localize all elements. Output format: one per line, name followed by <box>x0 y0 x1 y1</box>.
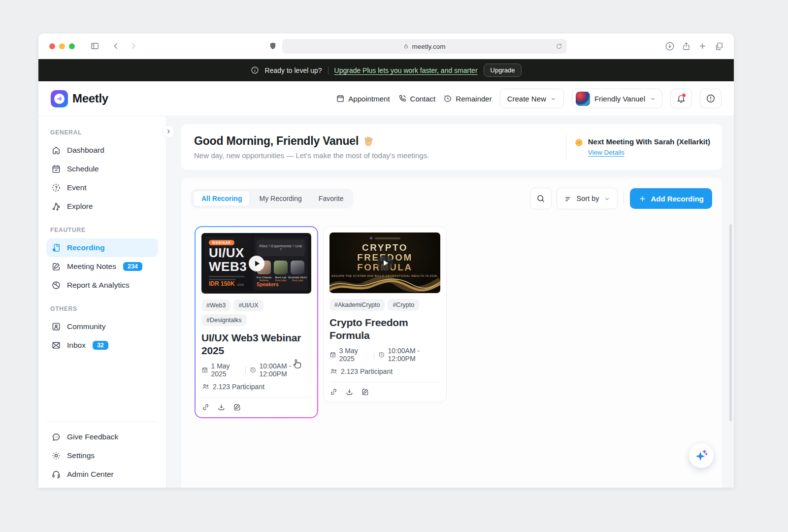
recording-card[interactable]: CRYPTO FREEDOM FORMULA ESCAPE THE SYSTEM… <box>323 226 447 402</box>
create-new-button[interactable]: Create New <box>500 89 564 108</box>
shield-icon[interactable] <box>268 41 277 51</box>
new-tab-icon[interactable] <box>698 41 707 51</box>
filter-icon <box>564 195 572 203</box>
view-details-link[interactable]: View Details <box>588 149 624 156</box>
recording-thumbnail[interactable]: WEBINAR UI/UX WEB3 IDR 150K 2025 <box>201 233 311 294</box>
sidebar-item-give-feedback[interactable]: Give Feedback <box>46 428 158 446</box>
sidebar-item-schedule[interactable]: Schedule <box>46 160 158 178</box>
explore-nodes-icon <box>51 201 61 211</box>
brand-name: Meetly <box>72 92 108 105</box>
feedback-icon <box>51 432 61 442</box>
download-icon[interactable] <box>345 388 354 396</box>
address-bar[interactable]: meetly.com <box>282 39 567 54</box>
sidebar-item-settings[interactable]: Settings <box>46 446 158 465</box>
sort-by-button[interactable]: Sort by <box>557 188 618 209</box>
user-menu[interactable]: Friendly Vanuel <box>572 89 662 108</box>
minimize-window-button[interactable] <box>59 43 65 49</box>
next-meeting-title: Next Meeting With Sarah (Xellarkit) <box>588 137 710 146</box>
scrollbar[interactable] <box>729 224 732 421</box>
users-icon <box>201 382 210 391</box>
sidebar-item-event[interactable]: Event <box>46 178 158 197</box>
clock-icon <box>378 351 385 359</box>
tab-all-recording[interactable]: All Recoring <box>193 191 250 206</box>
edit-icon[interactable] <box>361 388 369 396</box>
sidebar-section-feauture: FEAUTURE <box>50 227 158 233</box>
chevron-down-icon <box>550 96 557 102</box>
close-window-button[interactable] <box>49 43 55 49</box>
notes-icon <box>51 262 61 271</box>
divider <box>374 351 374 359</box>
recording-time: 10:00AM - 12:00PM <box>250 362 311 378</box>
decorative-logo <box>369 236 400 240</box>
tag[interactable]: #Crypto <box>388 299 419 311</box>
community-icon <box>51 322 61 332</box>
sidebar-item-reports[interactable]: Report & Analytics <box>46 276 158 295</box>
tag[interactable]: #Web3 <box>201 299 230 311</box>
headset-icon <box>51 469 61 479</box>
edit-icon[interactable] <box>233 403 241 411</box>
nav-appointment[interactable]: Appointment <box>336 94 390 103</box>
sidebar-item-admin-center[interactable]: Admin Center <box>46 465 158 484</box>
play-button[interactable] <box>376 254 394 271</box>
zoom-window-button[interactable] <box>69 43 75 49</box>
nav-remainder[interactable]: Remainder <box>443 94 492 103</box>
recording-participants: 2.123 Participant <box>329 367 393 375</box>
download-icon[interactable] <box>217 403 226 411</box>
sun-icon <box>574 138 584 147</box>
forward-icon[interactable] <box>129 42 137 50</box>
tag[interactable]: #Designtalks <box>201 314 247 326</box>
sidebar-item-community[interactable]: Community <box>46 317 158 336</box>
calendar-check-icon <box>51 164 61 174</box>
recording-card[interactable]: WEBINAR UI/UX WEB3 IDR 150K 2025 <box>196 227 317 417</box>
banner-text: Ready to level up? <box>265 66 322 74</box>
copy-link-icon[interactable] <box>201 403 210 411</box>
divider <box>624 192 624 205</box>
upgrade-button[interactable]: Upgrade <box>484 64 522 77</box>
sidebar-item-dashboard[interactable]: Dashboard <box>46 141 158 160</box>
desktop-background: meetly.com Ready to level up? Upgrade Pl… <box>0 0 788 532</box>
upgrade-link[interactable]: Upgrade Plus lets you work faster, and s… <box>334 66 478 74</box>
reload-icon[interactable] <box>556 43 562 50</box>
gold-waves-graphic <box>329 270 440 293</box>
ai-assistant-button[interactable] <box>689 443 714 468</box>
traffic-lights <box>49 43 75 49</box>
recording-title[interactable]: UI/UX Web3 Webinar 2025 <box>201 332 311 357</box>
search-button[interactable] <box>530 188 552 209</box>
notifications-button[interactable] <box>670 89 692 108</box>
recording-date: 1 May 2025 <box>201 362 241 378</box>
calendar-icon <box>336 94 345 103</box>
plus-icon <box>638 195 647 203</box>
play-button[interactable] <box>248 255 265 272</box>
recording-icon <box>51 243 61 253</box>
back-icon[interactable] <box>112 42 120 50</box>
sidebar-collapse-button[interactable] <box>163 125 174 137</box>
recording-thumbnail[interactable]: CRYPTO FREEDOM FORMULA ESCAPE THE SYSTEM… <box>329 233 440 293</box>
sidebar-item-inbox[interactable]: Inbox 32 <box>46 336 158 355</box>
recording-title[interactable]: Crypto Freedom Formula <box>329 316 440 341</box>
user-name: Friendly Vanuel <box>594 95 645 103</box>
sidebar-item-meeting-notes[interactable]: Meeting Notes 234 <box>46 257 158 276</box>
clock-icon <box>443 94 452 103</box>
add-recording-button[interactable]: Add Recording <box>630 188 713 209</box>
tag[interactable]: #UI/UX <box>233 299 263 311</box>
tag[interactable]: #AkademiCrypto <box>329 299 385 311</box>
nav-contact[interactable]: Contact <box>398 94 436 103</box>
sidebar-item-explore[interactable]: Explore <box>46 197 158 216</box>
browser-sidebar-toggle-icon[interactable] <box>90 41 99 51</box>
avatar <box>576 92 590 106</box>
gear-icon <box>51 451 61 461</box>
share-icon[interactable] <box>682 41 691 51</box>
recording-tabs: All Recoring My Recording Favorite <box>191 189 353 208</box>
meeting-notes-badge: 234 <box>123 262 142 271</box>
sidebar-item-recording[interactable]: Recording <box>46 238 158 257</box>
meetly-logo-icon <box>51 90 68 107</box>
brand[interactable]: Meetly <box>51 90 108 107</box>
downloads-icon[interactable] <box>665 41 675 51</box>
tab-my-recording[interactable]: My Recording <box>251 191 309 206</box>
tab-favorite[interactable]: Favorite <box>311 191 352 206</box>
event-icon <box>51 183 61 193</box>
copy-link-icon[interactable] <box>329 388 338 396</box>
tab-overview-icon[interactable] <box>714 41 724 51</box>
help-button[interactable] <box>700 89 722 108</box>
sparkle-icon <box>694 448 709 463</box>
